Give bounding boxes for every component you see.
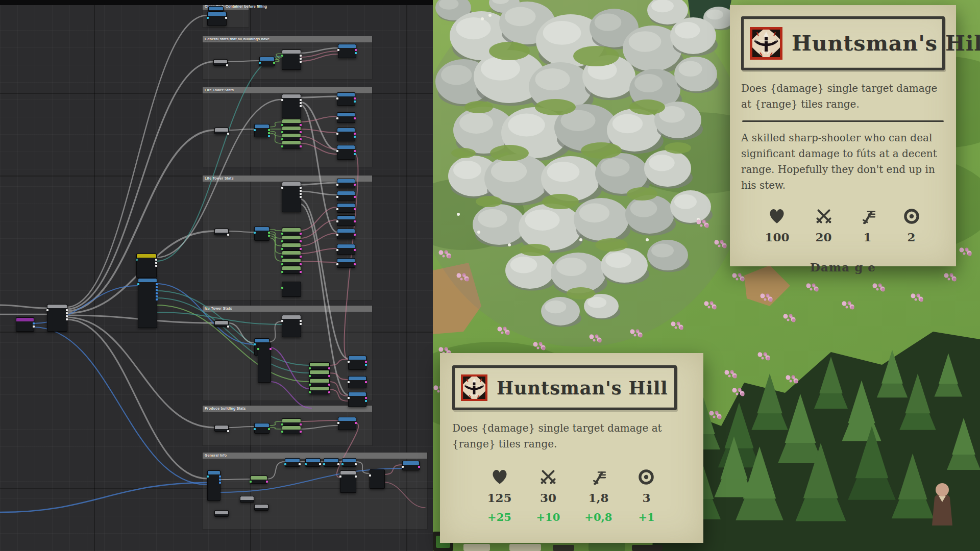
graph-node[interactable] xyxy=(282,94,301,118)
graph-node[interactable] xyxy=(309,386,330,394)
building-tooltip-card: Huntsman's Hill Does {damage} single tar… xyxy=(730,5,956,266)
hovered-stat-label: Dama g e xyxy=(741,260,945,274)
graph-node[interactable] xyxy=(337,191,355,201)
graph-node[interactable] xyxy=(324,458,339,467)
graph-node[interactable] xyxy=(213,59,228,66)
graph-node[interactable] xyxy=(337,145,355,160)
stat-health: 125 +25 xyxy=(487,467,512,523)
stat-attack-speed: 1 xyxy=(858,207,877,244)
graph-node[interactable] xyxy=(348,356,366,370)
graph-node[interactable] xyxy=(402,461,420,470)
graph-node[interactable] xyxy=(282,282,301,297)
graph-node[interactable] xyxy=(136,254,157,278)
graph-node[interactable] xyxy=(138,278,157,328)
stat-health: 100 xyxy=(765,207,789,244)
stat-range: 2 xyxy=(902,207,921,244)
graph-node[interactable] xyxy=(282,315,301,337)
graph-node[interactable] xyxy=(282,126,301,133)
health-icon xyxy=(490,467,509,487)
graph-node[interactable] xyxy=(259,57,275,66)
graph-node[interactable] xyxy=(282,251,301,258)
range-icon xyxy=(902,207,921,226)
graph-node[interactable] xyxy=(337,92,355,106)
graph-node[interactable] xyxy=(254,423,270,434)
graph-node[interactable] xyxy=(337,215,355,226)
card-title-frame: Huntsman's Hill xyxy=(452,365,677,410)
graph-node[interactable] xyxy=(282,182,301,212)
graph-node[interactable] xyxy=(305,458,321,467)
graph-node[interactable] xyxy=(348,376,366,388)
graph-node[interactable] xyxy=(47,304,67,332)
card-description: Does {damage} single target damage at {r… xyxy=(452,420,691,452)
card-title: Huntsman's Hill xyxy=(792,31,980,56)
graph-node[interactable] xyxy=(240,496,254,503)
graph-node[interactable] xyxy=(282,418,301,425)
graph-node[interactable] xyxy=(342,458,356,467)
graph-node[interactable] xyxy=(337,229,355,239)
graph-node[interactable] xyxy=(214,320,229,327)
graph-node[interactable] xyxy=(309,370,330,378)
stat-range: 3 +1 xyxy=(636,467,656,523)
stat-value: 2 xyxy=(902,230,921,244)
stat-attack-speed: 1,8 +0,8 xyxy=(584,467,612,523)
graph-node[interactable] xyxy=(337,244,355,255)
crossbow-emblem-icon xyxy=(750,27,782,60)
graph-node[interactable] xyxy=(214,425,229,432)
graph-node[interactable] xyxy=(214,510,229,517)
crossbow-emblem-icon xyxy=(461,374,487,401)
graph-node[interactable] xyxy=(348,392,366,407)
stat-bonus: +0,8 xyxy=(584,511,612,523)
card-divider xyxy=(742,120,944,122)
graph-node[interactable] xyxy=(337,112,355,123)
graph-node[interactable] xyxy=(254,504,268,511)
graph-node[interactable] xyxy=(282,49,301,70)
damage-icon xyxy=(538,467,558,487)
graph-node[interactable] xyxy=(214,229,229,235)
stat-value: 3 xyxy=(636,491,656,505)
graph-node[interactable] xyxy=(337,128,355,141)
attack-speed-icon xyxy=(858,207,877,226)
health-icon xyxy=(767,207,787,226)
graph-node[interactable] xyxy=(250,475,267,484)
graph-node[interactable] xyxy=(254,227,270,241)
stat-value: 1,8 xyxy=(584,491,612,505)
node-group-label: General stats that all buildings have xyxy=(203,36,372,42)
node-graph-editor[interactable]: Clean Stub Container before fillingGener… xyxy=(0,0,433,551)
graph-node[interactable] xyxy=(338,417,356,430)
stat-value: 125 xyxy=(487,491,512,505)
graph-node[interactable] xyxy=(282,133,301,140)
graph-node[interactable] xyxy=(282,119,301,126)
graph-node[interactable] xyxy=(309,379,330,386)
card-title-frame: Huntsman's Hill xyxy=(741,16,945,70)
graph-node[interactable] xyxy=(370,469,385,489)
selected-building-card: Huntsman's Hill 18 0 Does {damage} singl… xyxy=(440,353,703,543)
graph-node[interactable] xyxy=(208,6,224,12)
graph-node[interactable] xyxy=(258,343,271,383)
stat-damage[interactable]: 20 xyxy=(814,207,834,244)
graph-node[interactable] xyxy=(338,44,356,58)
graph-node[interactable] xyxy=(337,203,355,213)
card-flavor-text: A skilled sharp-shooter who can deal sig… xyxy=(741,130,945,193)
graph-node[interactable] xyxy=(282,258,301,266)
graph-node[interactable] xyxy=(16,317,34,332)
graph-node[interactable] xyxy=(282,235,301,243)
graph-node[interactable] xyxy=(282,266,301,274)
stat-value: 100 xyxy=(765,230,789,244)
graph-node[interactable] xyxy=(337,258,355,268)
graph-node[interactable] xyxy=(337,179,355,188)
range-icon xyxy=(636,467,656,487)
graph-node[interactable] xyxy=(282,140,301,148)
graph-node[interactable] xyxy=(309,362,330,370)
graph-node[interactable] xyxy=(282,228,301,235)
stat-damage: 30 +10 xyxy=(536,467,560,523)
card-title: Huntsman's Hill xyxy=(497,378,668,398)
graph-node[interactable] xyxy=(254,124,270,137)
graph-node[interactable] xyxy=(214,128,229,134)
graph-node[interactable] xyxy=(340,470,356,493)
graph-node[interactable] xyxy=(207,470,220,501)
graph-node[interactable] xyxy=(285,458,300,467)
editor-top-bar xyxy=(0,0,433,5)
graph-node[interactable] xyxy=(282,425,301,434)
graph-node[interactable] xyxy=(207,12,227,26)
graph-node[interactable] xyxy=(282,243,301,251)
